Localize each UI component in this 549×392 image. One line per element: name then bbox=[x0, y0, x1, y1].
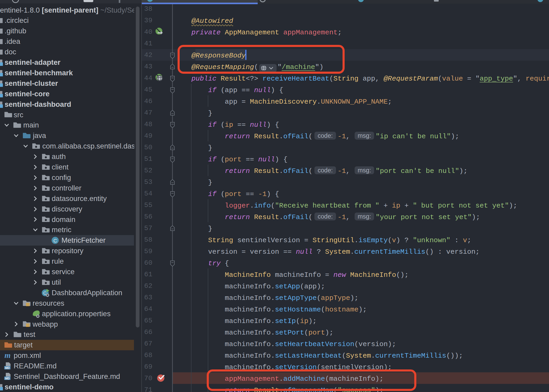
svg-text:MD: MD bbox=[5, 366, 9, 369]
svg-text:MD: MD bbox=[5, 377, 9, 380]
svg-text:C: C bbox=[53, 238, 57, 243]
svg-text:m: m bbox=[4, 351, 11, 359]
